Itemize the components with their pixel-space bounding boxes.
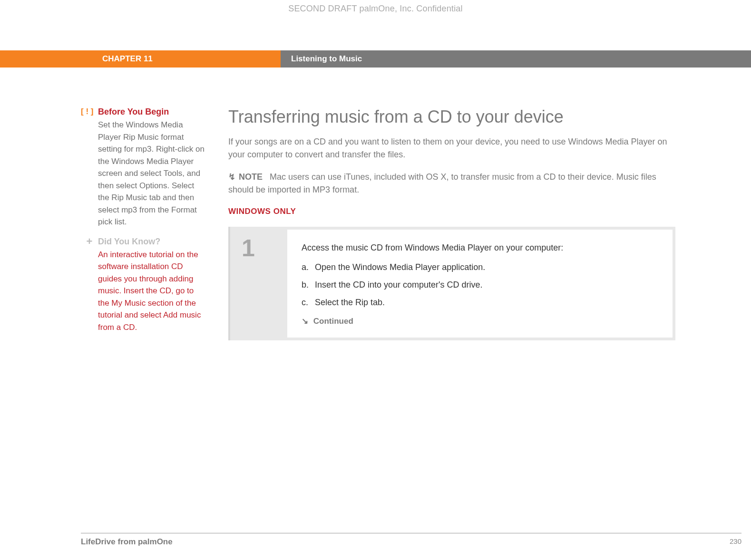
dyk-heading-row: + Did You Know?: [81, 237, 205, 247]
watermark-text: SECOND DRAFT palmOne, Inc. Confidential: [0, 4, 751, 14]
alert-icon: [ ! ]: [81, 107, 98, 116]
header-bar: CHAPTER 11 Listening to Music: [0, 50, 751, 68]
step-text: Open the Windows Media Player applicatio…: [315, 262, 485, 272]
dyk-title: Did You Know?: [98, 237, 160, 247]
step-letter: b.: [302, 280, 315, 290]
plus-icon: +: [81, 237, 98, 246]
step-lead: Access the music CD from Windows Media P…: [302, 243, 658, 253]
main-column: Transferring music from a CD to your dev…: [219, 107, 675, 342]
continued-row: ↘ Continued: [302, 316, 658, 326]
step-letter: c.: [302, 298, 315, 308]
page-content: [ ! ] Before You Begin Set the Windows M…: [81, 107, 751, 342]
chapter-title: Listening to Music: [281, 50, 751, 68]
before-heading-row: [ ! ] Before You Begin: [81, 107, 205, 117]
note-text: Mac users can use iTunes, included with …: [228, 172, 656, 194]
page-number: 230: [730, 537, 741, 547]
note-label: NOTE: [239, 172, 263, 182]
step-body: Access the music CD from Windows Media P…: [287, 230, 673, 338]
step-item-c: c. Select the Rip tab.: [302, 298, 658, 308]
continued-label: Continued: [313, 317, 353, 326]
step-text: Select the Rip tab.: [315, 298, 385, 308]
step-letter: a.: [302, 262, 315, 272]
before-body: Set the Windows Media Player Rip Music f…: [98, 119, 205, 228]
dyk-body: An interactive tutorial on the software …: [98, 249, 205, 334]
step-number: 1: [242, 234, 287, 262]
chapter-label: CHAPTER 11: [0, 50, 281, 68]
step-item-a: a. Open the Windows Media Player applica…: [302, 262, 658, 272]
step-item-b: b. Insert the CD into your computer's CD…: [302, 280, 658, 290]
page-title: Transferring music from a CD to your dev…: [228, 107, 675, 127]
before-title: Before You Begin: [98, 107, 169, 117]
intro-paragraph: If your songs are on a CD and you want t…: [228, 135, 675, 161]
did-you-know-block: + Did You Know? An interactive tutorial …: [81, 237, 205, 334]
footer: LifeDrive from palmOne 230: [81, 533, 741, 547]
step-text: Insert the CD into your computer's CD dr…: [315, 280, 483, 290]
step-number-column: 1: [230, 230, 287, 338]
step-box: 1 Access the music CD from Windows Media…: [228, 227, 675, 340]
arrow-down-right-icon: ↘: [302, 317, 308, 326]
note-icon: ↯: [228, 172, 235, 182]
footer-product: LifeDrive from palmOne: [81, 537, 173, 547]
note-row: ↯ NOTE Mac users can use iTunes, include…: [228, 171, 675, 196]
before-you-begin-block: [ ! ] Before You Begin Set the Windows M…: [81, 107, 205, 228]
windows-only-label: WINDOWS ONLY: [228, 207, 675, 216]
sidebar: [ ! ] Before You Begin Set the Windows M…: [81, 107, 219, 342]
